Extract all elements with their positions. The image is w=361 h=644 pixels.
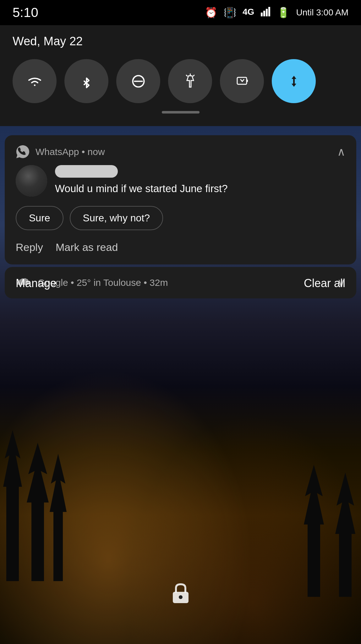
svg-line-9 [186, 75, 187, 76]
battery-icon: 🔋 [277, 7, 290, 19]
whatsapp-icon [16, 145, 30, 159]
notif-message: Would u mind if we started June first? [55, 181, 345, 196]
network-icon: 4G [243, 5, 254, 20]
notif-mark-as-read-button[interactable]: Mark as read [56, 240, 118, 255]
notif-app-info: WhatsApp • now [16, 145, 105, 159]
svg-rect-1 [261, 13, 263, 16]
qs-tile-battery-saver[interactable] [220, 59, 264, 103]
notif-avatar [16, 165, 47, 197]
clear-all-button[interactable]: Clear all [304, 277, 345, 290]
notif-bottom-bar: Manage Clear all [0, 277, 361, 290]
notif-quick-replies: Sure Sure, why not? [16, 206, 345, 230]
quick-reply-sure-why-not[interactable]: Sure, why not? [70, 206, 163, 230]
status-time: 5:10 [13, 5, 38, 20]
svg-rect-3 [266, 9, 268, 16]
date-row: Wed, May 22 [13, 35, 348, 48]
qs-tile-flashlight[interactable] [168, 59, 212, 103]
qs-tile-wifi[interactable] [13, 59, 57, 103]
manage-button[interactable]: Manage [16, 277, 57, 290]
quick-settings-panel: Wed, May 22 [0, 25, 361, 126]
notif-sender-redacted [55, 165, 118, 178]
notif-app-name: WhatsApp • now [36, 147, 105, 157]
notif-actions: Reply Mark as read [16, 240, 345, 255]
lock-icon [168, 580, 193, 605]
svg-rect-11 [247, 80, 248, 82]
notif-collapse-icon[interactable]: ∧ [337, 145, 345, 158]
status-icons: ⏰ 📳 4G 🔋 Until 3:00 AM [205, 5, 348, 20]
quick-reply-sure[interactable]: Sure [16, 206, 63, 230]
alarm-icon: ⏰ [205, 7, 217, 19]
svg-line-8 [193, 75, 194, 76]
lock-icon-container[interactable] [168, 580, 193, 606]
qs-tile-data-transfer[interactable] [272, 59, 316, 103]
qs-tile-dnd[interactable] [116, 59, 160, 103]
notif-header-whatsapp: WhatsApp • now ∧ [16, 145, 345, 159]
status-bar: 5:10 ⏰ 📳 4G 🔋 Until 3:00 AM [0, 0, 361, 25]
svg-text:4G: 4G [243, 7, 254, 17]
vibrate-icon: 📳 [224, 7, 236, 19]
svg-point-16 [179, 595, 183, 599]
notif-reply-button[interactable]: Reply [16, 240, 43, 255]
svg-rect-4 [268, 7, 270, 16]
svg-rect-2 [263, 11, 265, 16]
notifications-panel: WhatsApp • now ∧ Would u mind if we star… [0, 135, 361, 298]
trees-right [298, 455, 361, 597]
notif-text-content: Would u mind if we started June first? [55, 165, 345, 197]
whatsapp-notification: WhatsApp • now ∧ Would u mind if we star… [5, 135, 356, 264]
trees-left [0, 424, 79, 581]
date-text: Wed, May 22 [13, 35, 83, 48]
notif-body: Would u mind if we started June first? [16, 165, 345, 197]
qs-tiles [13, 59, 348, 103]
until-text: Until 3:00 AM [296, 8, 348, 18]
qs-page-indicator [13, 111, 348, 114]
signal-icon [261, 6, 271, 19]
svg-line-13 [242, 80, 244, 81]
qs-tile-bluetooth[interactable] [64, 59, 108, 103]
